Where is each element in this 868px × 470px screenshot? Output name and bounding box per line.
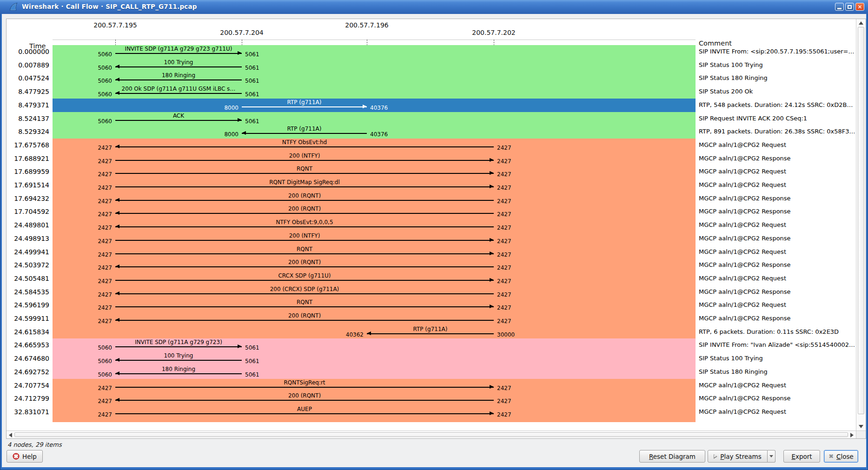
comment-label: SIP Status 100 Trying [699, 355, 763, 362]
comment-label: SIP Status 200 Ok [699, 88, 753, 95]
comment-column-header: Comment [699, 40, 732, 47]
horizontal-scroll-thumb[interactable] [14, 432, 848, 437]
arrow-line [115, 146, 494, 147]
maximize-button[interactable] [845, 3, 854, 11]
message-label: 200 Ok SDP (g711A g711U GSM iLBC s… [115, 86, 242, 92]
scrollbar-corner [856, 430, 866, 438]
time-label: 0.047524 [7, 74, 49, 82]
chevron-down-icon [769, 455, 773, 457]
time-label: 24.596199 [7, 301, 49, 309]
dialog-body: Time Comment 200.57.7.195200.57.7.204200… [2, 14, 866, 467]
message-label: AUEP [115, 406, 494, 412]
message-label: 200 (RQNT) [115, 312, 494, 319]
arrow-line [115, 360, 242, 361]
play-streams-dropdown-button[interactable] [768, 450, 775, 463]
message-label: INVITE SDP (g711A g729 g723) [115, 339, 242, 345]
time-label: 8.524137 [7, 115, 49, 122]
destination-port-label: 2427 [497, 291, 525, 298]
title-bar[interactable]: Wireshark · Call Flow · SIP_CALL_RTP_G71… [0, 0, 868, 14]
source-port-label: 5060 [86, 65, 112, 71]
scroll-left-icon[interactable] [9, 433, 12, 437]
time-label: 17.691514 [7, 181, 49, 189]
play-streams-button[interactable]: Play Streams [708, 450, 768, 463]
destination-port-label: 2427 [497, 145, 525, 151]
destination-port-label: 2427 [497, 385, 525, 391]
arrow-line [242, 133, 367, 134]
message-label: 200 (RQNT) [115, 192, 494, 199]
comment-label: MGCP aaln/1@CPG2 Response [699, 195, 791, 202]
source-port-label: 5060 [86, 358, 112, 364]
time-label: 8.477925 [7, 88, 49, 95]
arrow-line [115, 320, 494, 321]
time-label: 24.615834 [7, 328, 49, 336]
close-window-button[interactable]: ✕ [855, 3, 864, 11]
destination-port-label: 2427 [497, 171, 525, 178]
comment-label: RTP, 891 packets. Duration: 26.38s SSRC:… [699, 128, 855, 135]
arrow-line [115, 373, 242, 374]
message-label: RQNT [115, 246, 494, 252]
time-label: 0.000000 [7, 48, 49, 55]
source-port-label: 5060 [86, 51, 112, 58]
destination-port-label: 5061 [245, 91, 273, 98]
comment-label: MGCP aaln/1@CPG2 Request [699, 248, 786, 255]
close-button[interactable]: ✖ Close [824, 450, 858, 463]
destination-port-label: 2427 [497, 225, 525, 231]
vertical-scroll-thumb[interactable] [858, 27, 864, 414]
message-label: 200 (RQNT) [115, 259, 494, 265]
message-label: ACK [115, 113, 242, 119]
comment-label: SIP Status 180 Ringing [699, 74, 768, 81]
call-flow-window: Wireshark · Call Flow · SIP_CALL_RTP_G71… [0, 0, 868, 470]
time-label: 24.498913 [7, 235, 49, 242]
vertical-scrollbar[interactable] [856, 19, 866, 430]
export-button[interactable]: Export [783, 450, 820, 463]
comment-label: MGCP aaln/1@CPG2 Response [699, 288, 791, 295]
help-button[interactable]: Help [7, 450, 43, 463]
time-label: 17.704592 [7, 208, 49, 215]
source-port-label: 5060 [86, 118, 112, 125]
message-label: 200 (RQNT) [115, 392, 494, 399]
destination-port-label: 5061 [245, 118, 273, 125]
message-label: NTFY ObsEvt:hd [115, 139, 494, 146]
destination-port-label: 2427 [497, 238, 525, 245]
scroll-right-icon[interactable] [850, 433, 854, 437]
scroll-down-icon[interactable] [859, 425, 863, 428]
message-label: INVITE SDP (g711A g729 g723 g711U) [115, 46, 242, 52]
destination-port-label: 2427 [497, 411, 525, 418]
flow-row-stripe-partial[interactable] [53, 419, 696, 422]
arrow-line [115, 79, 242, 80]
node-address-1: 200.57.7.204 [205, 29, 279, 36]
time-label: 24.489801 [7, 221, 49, 229]
comment-label: SIP Status 100 Trying [699, 61, 763, 68]
time-label: 24.712799 [7, 395, 49, 402]
source-port-label: 2427 [86, 318, 112, 324]
source-port-label: 2427 [86, 238, 112, 245]
header-separator [53, 40, 696, 40]
arrow-line [115, 66, 242, 67]
comment-label: SIP Request INVITE ACK 200 CSeq:1 [699, 115, 807, 122]
play-icon [714, 454, 717, 459]
destination-port-label: 2427 [497, 252, 525, 258]
time-label: 0.007889 [7, 61, 49, 69]
reset-diagram-button[interactable]: Reset Diagram [639, 450, 705, 463]
message-label: 180 Ringing [115, 72, 242, 79]
scroll-up-icon[interactable] [859, 21, 863, 25]
window-title: Wireshark · Call Flow · SIP_CALL_RTP_G71… [22, 3, 197, 10]
arrow-line [115, 280, 494, 281]
comment-label: MGCP aaln/1@CPG2 Request [699, 382, 786, 389]
message-label: 180 Ringing [115, 366, 242, 372]
close-button-label: Close [836, 453, 854, 460]
message-label: RTP (g711A) [367, 326, 494, 332]
arrow-line [115, 93, 242, 94]
help-button-label: Help [22, 453, 37, 460]
comment-label: MGCP aaln/1@CPG2 Request [699, 181, 786, 188]
comment-label: RTP, 6 packets. Duration: 0.11s SSRC: 0x… [699, 328, 839, 335]
reset-diagram-label: Reset Diagram [649, 453, 696, 460]
minimize-button[interactable] [835, 3, 844, 11]
flow-diagram-canvas[interactable]: Time Comment 200.57.7.195200.57.7.204200… [7, 19, 856, 430]
play-streams-label: Play Streams [720, 453, 761, 460]
comment-label: MGCP aaln/1@CPG2 Response [699, 235, 791, 242]
comment-label: MGCP aaln/1@CPG2 Request [699, 408, 786, 415]
destination-port-label: 2427 [497, 185, 525, 191]
horizontal-scrollbar[interactable] [7, 430, 856, 438]
destination-port-label: 2427 [497, 318, 525, 324]
